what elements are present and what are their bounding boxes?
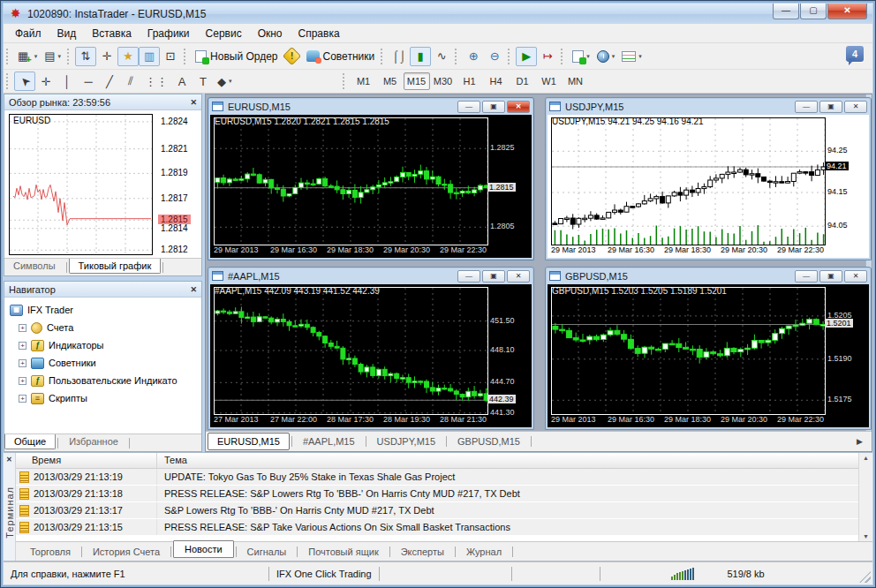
chart-window-usdjpym15[interactable]: USDJPY,M15—▣✕USDJPY,M15 94.21 94.25 94.1… <box>545 97 872 260</box>
vertical-line-icon[interactable]: │ <box>57 72 78 91</box>
navigator-item-1[interactable]: +ƒИндикаторы <box>10 336 201 354</box>
timeframe-d1[interactable]: D1 <box>510 72 536 90</box>
cursor-tool-icon[interactable]: ➤ <box>14 72 35 91</box>
expand-icon[interactable]: + <box>19 377 26 385</box>
terminal-tab-1[interactable]: История Счета <box>84 545 169 559</box>
chart-minimize-button[interactable]: — <box>457 270 480 283</box>
navigator-header[interactable]: Навигатор ✕ <box>4 282 201 298</box>
close-button[interactable]: ✕ <box>827 4 867 19</box>
menu-5[interactable]: Окно <box>250 26 291 41</box>
chart-tab-1[interactable]: #AAPL,M15 <box>294 433 364 449</box>
navigator-item-0[interactable]: +Счета <box>10 319 201 336</box>
menu-6[interactable]: Справка <box>291 26 348 41</box>
scroll-up-icon[interactable]: ▲ <box>859 455 872 461</box>
chart-window-eurusdm15[interactable]: EURUSD,M15—▣✕EURUSD,M15 1.2820 1.2821 1.… <box>208 97 534 260</box>
market-watch-tab-1[interactable]: Тиковый график <box>69 259 162 274</box>
trendline-icon[interactable]: ╱ <box>99 72 120 91</box>
news-row[interactable]: 2013/03/29 21:13:15PRESS RELEASE: S&P Ta… <box>16 519 858 536</box>
chart-title-bar[interactable]: USDJPY,M15—▣✕ <box>546 98 871 115</box>
market-watch-icon[interactable]: ⇅ <box>75 47 96 66</box>
terminal-tab-5[interactable]: Эксперты <box>392 545 453 559</box>
menu-1[interactable]: Вид <box>49 26 85 41</box>
timeframe-m30[interactable]: M30 <box>430 72 457 90</box>
chart-restore-button[interactable]: ▣ <box>819 101 842 113</box>
label-icon[interactable]: T <box>193 72 214 91</box>
chart-close-button[interactable]: ✕ <box>844 101 867 113</box>
templates-icon[interactable]: ▾ <box>618 47 646 66</box>
notification-badge[interactable]: 4 <box>846 46 864 62</box>
new-order-button[interactable]: Новый Ордер <box>192 47 281 66</box>
market-watch-tab-0[interactable]: Символы <box>4 259 64 273</box>
chart-close-button[interactable]: ✕ <box>507 101 530 113</box>
chart-tab-3[interactable]: GBPUSD,M15 <box>449 433 529 449</box>
bar-chart-icon[interactable]: ⌠⌡ <box>389 47 410 66</box>
chart-minimize-button[interactable]: — <box>795 270 818 283</box>
menu-3[interactable]: Графики <box>140 26 198 41</box>
scroll-down-icon[interactable]: ▼ <box>859 533 872 539</box>
chart-title-bar[interactable]: GBPUSD,M15—▣✕ <box>546 268 871 284</box>
expand-icon[interactable]: + <box>19 342 26 350</box>
timeframe-mn[interactable]: MN <box>563 72 589 90</box>
navigator-root[interactable]: ▦IFX Trader <box>10 301 201 319</box>
timeframe-h1[interactable]: H1 <box>457 72 483 90</box>
market-watch-close-icon[interactable]: ✕ <box>190 98 197 107</box>
indicators-icon[interactable]: ▾ <box>569 47 593 66</box>
timeframe-h4[interactable]: H4 <box>483 72 510 90</box>
navigator-item-3[interactable]: +ƒПользовательские Индикато <box>10 372 201 389</box>
chart-tab-2[interactable]: USDJPY,M15 <box>368 433 444 449</box>
terminal-tab-2[interactable]: Новости <box>173 540 234 558</box>
timeframe-m15[interactable]: M15 <box>404 72 430 90</box>
minimize-button[interactable]: — <box>773 4 799 19</box>
news-column-topic[interactable]: Тема <box>157 453 858 468</box>
chart-restore-button[interactable]: ▣ <box>819 270 842 283</box>
advisors-button[interactable]: Советники <box>303 47 379 66</box>
chart-window-aaplm15[interactable]: #AAPL,M15—▣✕#AAPL,M15 442.09 443.19 441.… <box>208 267 534 430</box>
chart-close-button[interactable]: ✕ <box>507 270 530 283</box>
news-column-time[interactable]: Время <box>16 453 157 468</box>
tick-chart[interactable]: 1.28241.28211.28191.28171.28151.28141.28… <box>4 110 201 258</box>
chart-restore-button[interactable]: ▣ <box>482 270 505 283</box>
new-chart-icon[interactable]: ▦+▾ <box>14 47 41 66</box>
expand-icon[interactable]: + <box>19 324 26 332</box>
data-window-icon[interactable]: ⊡ <box>160 47 181 66</box>
chart-window-gbpusdm15[interactable]: GBPUSD,M15—▣✕GBPUSD,M15 1.5203 1.5205 1.… <box>545 267 872 430</box>
warning-icon[interactable]: ! <box>282 47 303 66</box>
crosshair-window-icon[interactable]: ✛ <box>96 47 117 66</box>
chart-minimize-button[interactable]: — <box>457 101 480 113</box>
favorites-icon[interactable]: ★ <box>117 47 139 66</box>
news-row[interactable]: 2013/03/29 21:13:19UPDATE: Tokyo Gas To … <box>16 469 858 486</box>
channel-icon[interactable]: ⫽ <box>120 72 141 91</box>
zoom-out-icon[interactable]: ⊖ <box>484 47 505 66</box>
terminal-tab-4[interactable]: Почтовый ящик <box>299 545 387 559</box>
chart-minimize-button[interactable]: — <box>795 101 818 113</box>
crosshair-tool-icon[interactable]: ✛ <box>35 72 57 91</box>
maximize-button[interactable]: ▢ <box>800 4 827 19</box>
candle-chart-icon[interactable]: ▮ <box>410 47 431 66</box>
chart-title-bar[interactable]: EURUSD,M15—▣✕ <box>208 98 533 115</box>
chart-tab-0[interactable]: EURUSD,M15 <box>208 433 290 450</box>
timeframe-w1[interactable]: W1 <box>536 72 563 90</box>
chart-close-button[interactable]: ✕ <box>844 270 867 283</box>
zoom-in-icon[interactable]: ⊕ <box>463 47 484 66</box>
timeframe-m1[interactable]: M1 <box>351 72 377 90</box>
menu-4[interactable]: Сервис <box>198 26 250 41</box>
timeframe-m5[interactable]: M5 <box>377 72 404 90</box>
title-bar[interactable]: ✸ 1020890: InstaTrader - EURUSD,M15 — ▢ … <box>4 4 872 24</box>
news-row[interactable]: 2013/03/29 21:13:18PRESS RELEASE: S&P Lo… <box>16 486 858 502</box>
fibonacci-icon[interactable]: ⋮⋮ <box>141 72 171 91</box>
terminal-tab-6[interactable]: Журнал <box>457 545 510 559</box>
terminal-close-icon[interactable]: ✕ <box>6 456 12 464</box>
navigator-close-icon[interactable]: ✕ <box>190 285 197 294</box>
terminal-tab-0[interactable]: Торговля <box>21 545 79 559</box>
chart-shift-icon[interactable]: ↦ <box>537 47 558 66</box>
news-scrollbar[interactable]: ▲ ▼ <box>858 453 872 541</box>
resize-grip[interactable] <box>859 571 871 583</box>
navigator-panel-icon[interactable]: ▥ <box>139 47 160 66</box>
line-chart-icon[interactable]: ∿ <box>431 47 452 66</box>
navigator-tab-0[interactable]: Общие <box>4 434 56 449</box>
market-watch-header[interactable]: Обзор рынка: 23:59:56 ✕ <box>4 94 201 110</box>
text-icon[interactable]: A <box>171 72 193 91</box>
menu-0[interactable]: Файл <box>7 26 49 41</box>
navigator-item-2[interactable]: +Советники <box>10 354 201 372</box>
expand-icon[interactable]: + <box>19 359 26 367</box>
